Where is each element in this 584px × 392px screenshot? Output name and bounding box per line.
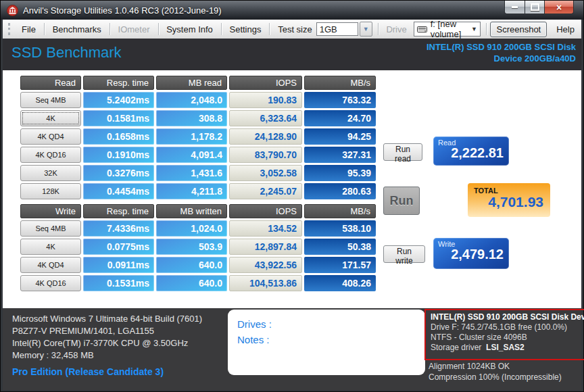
test-size-value[interactable]: 1GB	[316, 22, 358, 36]
mbs-header: MB/s	[304, 76, 376, 90]
resp-time-cell: 0.1658ms	[83, 128, 154, 145]
resp-time-cell: 0.0775ms	[83, 239, 154, 255]
window-title: Anvil's Storage Utilities 1.0.46 RC3 (20…	[23, 5, 222, 16]
write-table: Write Resp. time MB written IOPS MB/s Se…	[20, 204, 376, 291]
write-row-4kqd4-button[interactable]: 4K QD4	[20, 257, 81, 273]
write-row-4kqd16-button[interactable]: 4K QD16	[20, 275, 81, 291]
read-header: Read	[20, 76, 81, 90]
disk-title: INTEL(R) SSD 910 200GB SCSI Disk Dev	[431, 312, 584, 322]
toolbar-grip[interactable]	[8, 23, 10, 35]
iops-cell: 190.83	[229, 92, 302, 108]
menu-separator	[44, 23, 45, 35]
menu-iometer[interactable]: IOmeter	[112, 22, 157, 37]
iops-cell: 12,897.84	[229, 239, 302, 255]
menu-benchmarks[interactable]: Benchmarks	[46, 22, 108, 37]
menu-file[interactable]: File	[15, 22, 43, 37]
mb-written-cell: 503.9	[156, 239, 227, 255]
mbs-cell: 538.10	[304, 220, 376, 237]
menu-separator	[378, 23, 379, 35]
mbs-cell: 763.32	[304, 92, 376, 108]
menu-help[interactable]: Help	[550, 22, 581, 37]
iops-cell: 6,323.64	[229, 110, 302, 126]
notes-label: Notes :	[237, 332, 425, 347]
write-row-seq4mb-button[interactable]: Seq 4MB	[20, 220, 81, 237]
iops-cell: 83,790.70	[229, 147, 302, 163]
resp-time-cell: 0.4454ms	[83, 183, 154, 199]
total-score-label: TOTAL	[468, 183, 550, 195]
resp-time-cell: 5.2402ms	[83, 92, 154, 108]
resp-time-cell: 0.1581ms	[83, 110, 154, 126]
test-size-combobox[interactable]: 1GB ▼	[316, 22, 372, 36]
total-score-value: 4,701.93	[468, 194, 550, 210]
compression-line: Compression 100% (Incompressible)	[429, 372, 562, 383]
disk-driver-line: Storage driver LSI_SAS2	[431, 343, 584, 353]
drives-label: Drives :	[237, 316, 425, 332]
storage-driver-label: Storage driver	[431, 343, 481, 352]
resp-time-header: Resp. time	[83, 204, 154, 218]
chevron-down-icon: ▼	[471, 26, 477, 32]
title-bar[interactable]: Anvil's Storage Utilities 1.0.46 RC3 (20…	[1, 1, 583, 20]
menu-settings[interactable]: Settings	[223, 22, 268, 37]
iops-cell: 2,245.07	[229, 183, 302, 199]
write-score-value: 2,479.12	[433, 247, 509, 262]
run-write-button[interactable]: Run write	[383, 245, 425, 263]
menu-system-info[interactable]: System Info	[160, 22, 220, 37]
iops-header: IOPS	[229, 204, 302, 218]
read-row-seq4mb-button[interactable]: Seq 4MB	[20, 92, 81, 108]
test-size-dropdown-button[interactable]: ▼	[360, 22, 372, 36]
mb-written-header: MB written	[156, 204, 227, 218]
iops-header: IOPS	[229, 76, 302, 90]
mbs-cell: 280.63	[304, 183, 376, 199]
drive-label: Drive	[379, 22, 410, 37]
iops-cell: 43,922.56	[229, 257, 302, 273]
read-row-32k-button[interactable]: 32K	[20, 165, 81, 181]
read-row-4kqd4-button[interactable]: 4K QD4	[20, 128, 81, 145]
read-row-4k-button[interactable]: 4K	[20, 110, 81, 126]
mb-read-cell: 1,431.6	[156, 165, 227, 181]
resp-time-header: Resp. time	[83, 76, 154, 90]
maximize-button[interactable]	[525, 1, 545, 14]
resp-time-cell: 0.1910ms	[83, 147, 154, 163]
menu-separator	[110, 23, 110, 35]
resp-time-cell: 7.4336ms	[83, 220, 154, 237]
close-icon: ×	[556, 3, 562, 12]
resp-time-cell: 0.0911ms	[83, 257, 154, 273]
menu-separator	[158, 23, 159, 35]
drive-value: f: [new volume]	[431, 19, 471, 39]
run-button[interactable]: Run	[383, 187, 420, 215]
mb-read-cell: 2,048.0	[156, 92, 227, 108]
alignment-line: Alignment 1024KB OK	[429, 361, 562, 372]
screenshot-button[interactable]: Screenshot	[490, 22, 547, 37]
device-info: INTEL(R) SSD 910 200GB SCSI Disk Device …	[427, 41, 576, 64]
run-read-button[interactable]: Run read	[383, 143, 422, 161]
read-row-4kqd16-button[interactable]: 4K QD16	[20, 147, 81, 163]
mbs-header: MB/s	[304, 204, 376, 218]
read-score-value: 2,222.81	[433, 145, 509, 161]
drive-combobox[interactable]: f: [new volume] ▼	[414, 22, 481, 36]
alignment-info: Alignment 1024KB OK Compression 100% (In…	[429, 361, 562, 383]
app-window: Anvil's Storage Utilities 1.0.46 RC3 (20…	[0, 0, 584, 392]
mbs-cell: 94.25	[304, 128, 376, 145]
close-button[interactable]: ×	[545, 1, 574, 14]
minimize-icon	[512, 6, 518, 8]
drives-notes-box[interactable]: Drives : Notes :	[228, 310, 425, 375]
chevron-down-icon: ▼	[363, 26, 369, 32]
os-line: Microsoft Windows 7 Ultimate 64-bit Buil…	[12, 313, 202, 325]
mb-written-cell: 640.0	[156, 275, 227, 291]
iops-cell: 3,052.58	[229, 165, 302, 181]
window-controls: ×	[504, 1, 574, 14]
mbs-cell: 327.31	[304, 147, 376, 163]
minimize-button[interactable]	[504, 1, 525, 14]
mbs-cell: 24.70	[304, 110, 376, 126]
app-icon	[7, 5, 18, 16]
disk-info-box: INTEL(R) SSD 910 200GB SCSI Disk Dev Dri…	[424, 309, 584, 360]
mbs-cell: 171.57	[304, 257, 376, 273]
mb-read-cell: 4,091.4	[156, 147, 227, 163]
write-row-4k-button[interactable]: 4K	[20, 239, 81, 255]
device-line-1: INTEL(R) SSD 910 200GB SCSI Disk	[427, 41, 576, 53]
mb-read-header: MB read	[156, 76, 227, 90]
read-row-128k-button[interactable]: 128K	[20, 183, 81, 199]
storage-driver-value: LSI_SAS2	[486, 343, 525, 352]
iops-cell: 24,128.90	[229, 128, 302, 145]
read-score-box: Read 2,222.81	[433, 137, 509, 166]
